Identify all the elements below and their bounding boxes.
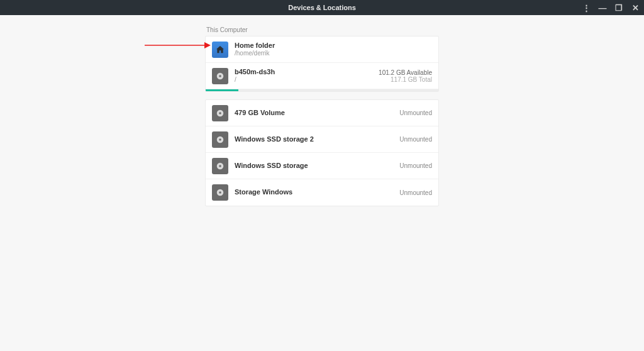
home-folder-title: Home folder: [235, 42, 432, 50]
maximize-icon[interactable]: ❐: [614, 3, 624, 13]
row-home-folder[interactable]: Home folder /home/derrik: [206, 36, 438, 63]
titlebar: Devices & Locations ⋮ — ❐ ✕: [0, 0, 644, 15]
root-volume-stats: 101.2 GB Available 117.1 GB Total: [379, 69, 432, 83]
row-body: b450m-ds3h /: [235, 68, 379, 84]
panel-volumes: 479 GB Volume Unmounted Windows SSD stor…: [205, 99, 439, 206]
root-total: 117.1 GB Total: [379, 76, 432, 83]
svg-point-5: [219, 138, 221, 141]
disk-icon: [212, 184, 228, 201]
volume-name: 479 GB Volume: [235, 109, 399, 117]
svg-point-3: [219, 112, 221, 114]
svg-point-9: [219, 191, 221, 194]
panel-this-computer: Home folder /home/derrik b450m-ds3h / 10…: [205, 36, 439, 92]
row-volume[interactable]: Windows SSD storage 2 Unmounted: [206, 126, 438, 153]
content-area: This Computer Home folder /home/derrik: [0, 15, 644, 206]
row-volume[interactable]: 479 GB Volume Unmounted: [206, 100, 438, 126]
volume-status: Unmounted: [399, 136, 432, 143]
volume-status: Unmounted: [399, 189, 432, 196]
row-body: Home folder /home/derrik: [235, 42, 432, 57]
section-label: This Computer: [205, 26, 439, 33]
row-volume[interactable]: Storage Windows Unmounted: [206, 179, 438, 206]
row-root-volume[interactable]: b450m-ds3h / 101.2 GB Available 117.1 GB…: [206, 63, 438, 89]
root-volume-path: /: [235, 76, 379, 84]
disk-icon: [212, 131, 228, 148]
row-volume[interactable]: Windows SSD storage Unmounted: [206, 153, 438, 179]
svg-point-7: [219, 165, 221, 167]
disk-icon: [212, 68, 228, 84]
window-title: Devices & Locations: [288, 4, 356, 11]
volume-name: Storage Windows: [235, 188, 399, 196]
svg-point-1: [219, 75, 221, 77]
volume-name: Windows SSD storage 2: [235, 135, 399, 143]
home-folder-icon: [212, 42, 228, 58]
root-available: 101.2 GB Available: [379, 69, 432, 76]
root-usage-bar: [206, 89, 238, 91]
volume-name: Windows SSD storage: [235, 162, 399, 170]
root-volume-name: b450m-ds3h: [235, 68, 379, 76]
volume-status: Unmounted: [399, 162, 432, 169]
window-controls: ⋮ — ❐ ✕: [581, 0, 640, 15]
menu-icon[interactable]: ⋮: [581, 3, 591, 13]
volume-status: Unmounted: [399, 109, 432, 116]
home-folder-path: /home/derrik: [235, 50, 432, 57]
disk-icon: [212, 105, 228, 121]
disk-icon: [212, 158, 228, 174]
minimize-icon[interactable]: —: [597, 3, 608, 13]
root-usage-progress: [206, 89, 438, 91]
close-icon[interactable]: ✕: [630, 3, 640, 13]
